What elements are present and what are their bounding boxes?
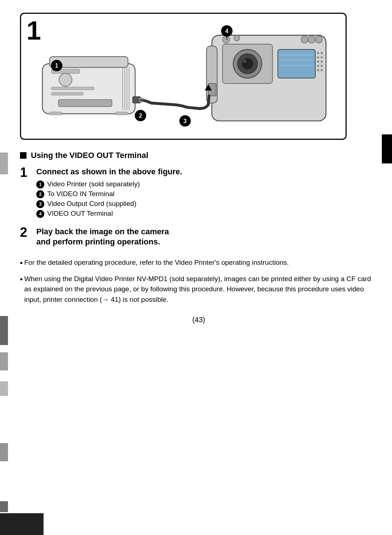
step-1-list: 1 Video Printer (sold separately) 2 To V… bbox=[36, 180, 377, 218]
bullet-note-2: • When using the Digital Video Printer N… bbox=[20, 274, 377, 305]
edge-mark-2 bbox=[0, 316, 8, 345]
circle-num-2: 2 bbox=[36, 190, 44, 198]
bottom-black-box bbox=[0, 513, 44, 535]
edge-mark-4 bbox=[0, 381, 8, 396]
svg-point-37 bbox=[315, 36, 323, 43]
edge-mark-6 bbox=[0, 501, 8, 512]
svg-point-45 bbox=[320, 65, 323, 67]
svg-point-38 bbox=[317, 52, 319, 54]
step-1-content: Connect as shown in the above figure. 1 … bbox=[36, 167, 377, 219]
bullet-text-1: For the detailed operating procedure, re… bbox=[24, 258, 377, 268]
list-item: 2 To VIDEO IN Terminal bbox=[36, 190, 377, 198]
svg-point-33 bbox=[222, 36, 230, 43]
list-item-text-1: Video Printer (sold separately) bbox=[47, 180, 140, 188]
svg-point-43 bbox=[320, 61, 323, 63]
step-1-block: 1 Connect as shown in the above figure. … bbox=[20, 167, 377, 219]
bullet-dot-2: • bbox=[20, 273, 23, 285]
svg-point-40 bbox=[317, 56, 319, 58]
bullet-text-2: When using the Digital Video Printer NV-… bbox=[24, 274, 377, 305]
list-item-text-3: Video Output Cord (supplied) bbox=[47, 200, 136, 208]
svg-point-44 bbox=[317, 65, 319, 67]
page-number: (43) bbox=[20, 316, 377, 324]
step-2-title-line2: and perform printing operations. bbox=[36, 237, 160, 246]
list-item: 1 Video Printer (sold separately) bbox=[36, 180, 377, 189]
svg-rect-16 bbox=[139, 98, 143, 100]
svg-text:2: 2 bbox=[139, 113, 142, 119]
list-item: 3 Video Output Cord (supplied) bbox=[36, 200, 377, 208]
svg-point-42 bbox=[317, 61, 319, 63]
svg-text:3: 3 bbox=[184, 118, 187, 124]
step-2-title-line1: Play back the image on the camera bbox=[36, 227, 169, 236]
svg-point-34 bbox=[234, 35, 240, 41]
list-item: 4 VIDEO OUT Terminal bbox=[36, 210, 377, 218]
svg-rect-29 bbox=[278, 49, 315, 78]
content-area: 1 bbox=[20, 7, 377, 324]
svg-point-46 bbox=[317, 69, 319, 71]
bullet-dot-1: • bbox=[20, 257, 23, 269]
bullet-notes: • For the detailed operating procedure, … bbox=[20, 258, 377, 305]
step-2-title: Play back the image on the camera and pe… bbox=[36, 227, 377, 247]
list-item-text-4: VIDEO OUT Terminal bbox=[47, 210, 113, 218]
circle-num-3: 3 bbox=[36, 200, 44, 208]
svg-point-41 bbox=[320, 56, 323, 58]
svg-point-39 bbox=[320, 52, 323, 54]
svg-rect-9 bbox=[51, 92, 83, 95]
svg-text:4: 4 bbox=[225, 28, 229, 34]
step-1-number: 1 bbox=[20, 165, 36, 180]
left-edge-marks bbox=[0, 0, 11, 535]
svg-rect-8 bbox=[51, 87, 94, 90]
svg-text:1: 1 bbox=[55, 62, 58, 69]
circle-num-4: 4 bbox=[36, 210, 44, 218]
list-item-text-2: To VIDEO IN Terminal bbox=[47, 190, 114, 198]
section-heading-text: Using the VIDEO OUT Terminal bbox=[31, 151, 148, 160]
bullet-note-1: • For the detailed operating procedure, … bbox=[20, 258, 377, 269]
svg-point-47 bbox=[320, 69, 323, 71]
step-2-number: 2 bbox=[20, 225, 36, 240]
diagram-svg: 1 2 3 bbox=[21, 14, 346, 139]
section-heading: Using the VIDEO OUT Terminal bbox=[20, 151, 377, 160]
step-2-block: 2 Play back the image on the camera and … bbox=[20, 227, 377, 250]
svg-rect-10 bbox=[58, 100, 112, 107]
svg-rect-12 bbox=[115, 112, 128, 115]
svg-point-28 bbox=[243, 60, 246, 63]
circle-num-1: 1 bbox=[36, 181, 44, 189]
edge-mark-1 bbox=[0, 153, 8, 174]
step-1-title: Connect as shown in the above figure. bbox=[36, 167, 377, 177]
step-2-content: Play back the image on the camera and pe… bbox=[36, 227, 377, 250]
svg-rect-17 bbox=[139, 101, 143, 102]
page-container: 1 bbox=[0, 0, 392, 535]
section-heading-icon bbox=[20, 152, 26, 159]
edge-mark-3 bbox=[0, 352, 8, 370]
svg-point-36 bbox=[308, 36, 315, 43]
svg-point-27 bbox=[242, 58, 253, 69]
diagram-box: 1 bbox=[20, 13, 347, 140]
svg-point-7 bbox=[59, 73, 72, 86]
right-black-bar bbox=[382, 134, 392, 163]
edge-mark-5 bbox=[0, 443, 8, 461]
svg-rect-11 bbox=[49, 112, 62, 115]
svg-point-35 bbox=[301, 36, 308, 43]
